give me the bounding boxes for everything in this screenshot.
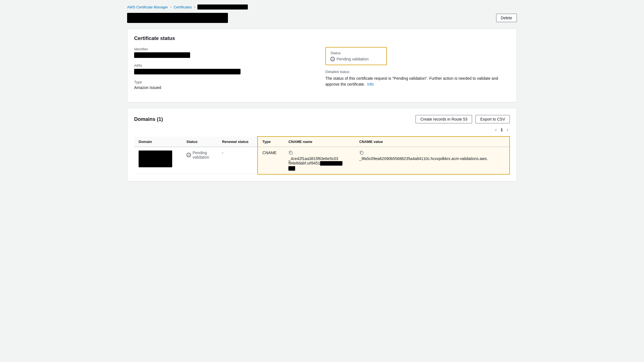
type-value: Amazon Issued bbox=[134, 85, 319, 90]
type-label: Type bbox=[134, 80, 319, 84]
cell-status: ⊙ Pendingvalidation bbox=[182, 147, 218, 174]
table-header-row: Domain Status Renewal status Type CNAME … bbox=[134, 137, 510, 147]
copy-icon-value[interactable] bbox=[359, 151, 505, 156]
svg-rect-0 bbox=[290, 152, 292, 154]
certificate-status-card: Certificate status Identifier ARN Type A… bbox=[127, 29, 517, 102]
cname-value-text: _9fa5c09ea62090b55688235a4a84110c.hcxvpd… bbox=[359, 156, 505, 161]
arn-field: ARN bbox=[134, 64, 319, 74]
identifier-label: Identifier bbox=[134, 47, 319, 51]
status-box-label: Status bbox=[330, 51, 382, 55]
domains-card: Domains (1) Create records in Route 53 E… bbox=[127, 108, 517, 182]
cname-name-cell: _4ce42f1aa3815f63e6e5c03f94e8dabf.url945… bbox=[288, 151, 350, 171]
breadcrumb-sep-1: › bbox=[170, 5, 171, 9]
create-records-button[interactable]: Create records in Route 53 bbox=[416, 115, 472, 123]
status-grid: Identifier ARN Type Amazon Issued Status bbox=[134, 47, 510, 95]
cell-type: CNAME bbox=[258, 147, 284, 174]
pagination-prev[interactable]: ‹ bbox=[494, 127, 498, 133]
pagination-current: 1 bbox=[501, 128, 503, 132]
arn-label: ARN bbox=[134, 64, 319, 68]
status-badge: ⊙ Pending validation bbox=[330, 57, 382, 61]
pagination: ‹ 1 › bbox=[134, 127, 510, 133]
pagination-next[interactable]: › bbox=[505, 127, 510, 133]
col-type: Type bbox=[258, 137, 284, 147]
svg-rect-1 bbox=[361, 152, 363, 154]
domains-header: Domains (1) Create records in Route 53 E… bbox=[134, 115, 510, 123]
status-right-col: Status ⊙ Pending validation Detailed sta… bbox=[325, 47, 510, 95]
status-box: Status ⊙ Pending validation bbox=[325, 47, 387, 65]
table-row: ⊙ Pendingvalidation - CNAME bbox=[134, 147, 510, 174]
row-status-text: Pendingvalidation bbox=[193, 151, 209, 159]
cell-domain bbox=[134, 147, 182, 174]
identifier-field: Identifier bbox=[134, 47, 319, 58]
breadcrumb-sep-2: › bbox=[194, 5, 195, 9]
breadcrumb: AWS Certificate Manager › Certificates › bbox=[127, 4, 517, 10]
copy-icon-name[interactable] bbox=[288, 151, 350, 156]
row-status-badge: ⊙ Pendingvalidation bbox=[186, 151, 213, 159]
domains-actions: Create records in Route 53 Export to CSV bbox=[416, 115, 510, 123]
pending-icon: ⊙ bbox=[330, 57, 335, 61]
domain-redacted bbox=[139, 151, 172, 167]
col-status: Status bbox=[182, 137, 218, 147]
detailed-status-text: The status of this certificate request i… bbox=[325, 76, 510, 87]
page-header: Delete bbox=[127, 13, 517, 23]
type-field: Type Amazon Issued bbox=[134, 80, 319, 90]
cell-cname-value: _9fa5c09ea62090b55688235a4a84110c.hcxvpd… bbox=[355, 147, 510, 174]
certificate-status-title: Certificate status bbox=[134, 36, 510, 41]
detailed-status-label: Detailed status bbox=[325, 70, 510, 74]
arn-value bbox=[134, 69, 241, 74]
cell-renewal: - bbox=[218, 147, 258, 174]
domains-table: Domain Status Renewal status Type CNAME … bbox=[134, 136, 510, 175]
col-cname-value: CNAME value bbox=[355, 137, 510, 147]
col-domain: Domain bbox=[134, 137, 182, 147]
row-pending-icon: ⊙ bbox=[186, 153, 191, 157]
breadcrumb-link-acm[interactable]: AWS Certificate Manager bbox=[127, 5, 168, 9]
cname-name-text: _4ce42f1aa3815f63e6e5c03f94e8dabf.url945… bbox=[288, 156, 350, 171]
domains-table-wrap: Domain Status Renewal status Type CNAME … bbox=[134, 136, 510, 175]
delete-button[interactable]: Delete bbox=[496, 14, 517, 22]
identifier-value bbox=[134, 52, 190, 58]
cname-value-cell: _9fa5c09ea62090b55688235a4a84110c.hcxvpd… bbox=[359, 151, 505, 161]
status-value: Pending validation bbox=[337, 57, 368, 61]
status-left-col: Identifier ARN Type Amazon Issued bbox=[134, 47, 319, 95]
export-csv-button[interactable]: Export to CSV bbox=[475, 115, 510, 123]
col-cname-name: CNAME name bbox=[284, 137, 355, 147]
cell-cname-name: _4ce42f1aa3815f63e6e5c03f94e8dabf.url945… bbox=[284, 147, 355, 174]
domains-title: Domains (1) bbox=[134, 116, 163, 122]
breadcrumb-link-certificates[interactable]: Certificates bbox=[174, 5, 192, 9]
info-link[interactable]: Info bbox=[367, 82, 374, 86]
col-renewal: Renewal status bbox=[218, 137, 258, 147]
breadcrumb-current bbox=[197, 4, 248, 10]
detailed-status: Detailed status The status of this certi… bbox=[325, 70, 510, 87]
page-title bbox=[127, 13, 228, 23]
